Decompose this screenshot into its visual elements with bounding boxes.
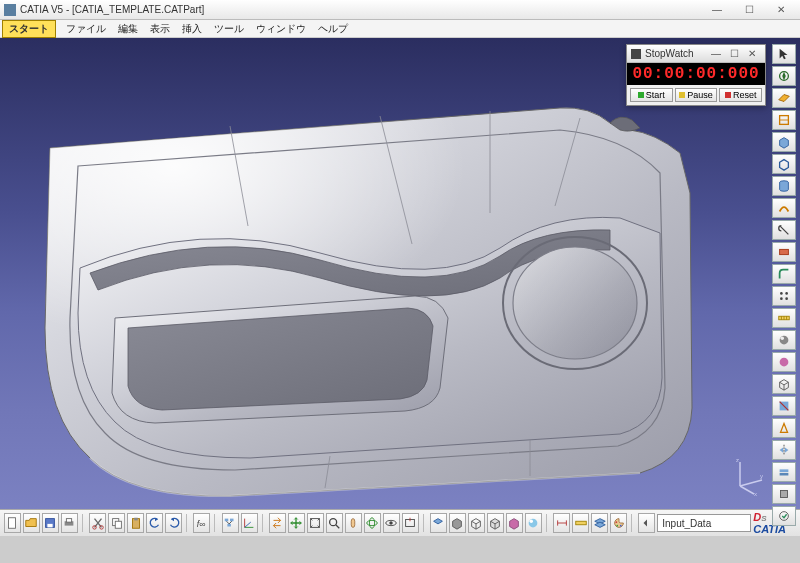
menu-window[interactable]: ウィンドウ xyxy=(250,22,312,36)
swap-icon[interactable] xyxy=(269,513,286,533)
plane-tool-icon[interactable] xyxy=(772,88,796,108)
menu-edit[interactable]: 編集 xyxy=(112,22,144,36)
pad-tool-icon[interactable] xyxy=(772,132,796,152)
stopwatch-close-button[interactable]: ✕ xyxy=(743,48,761,59)
print-icon[interactable] xyxy=(61,513,78,533)
mirror-tool-icon[interactable] xyxy=(772,440,796,460)
svg-point-71 xyxy=(616,525,618,527)
toolbar-separator xyxy=(546,514,549,532)
menu-view[interactable]: 表示 xyxy=(144,22,176,36)
measure-item-icon[interactable] xyxy=(572,513,589,533)
measure-between-icon[interactable] xyxy=(553,513,570,533)
menu-file[interactable]: ファイル xyxy=(60,22,112,36)
svg-rect-51 xyxy=(227,524,231,527)
new-file-icon[interactable] xyxy=(4,513,21,533)
svg-point-24 xyxy=(780,358,789,367)
label-chevron-icon[interactable] xyxy=(638,513,655,533)
trim-tool-icon[interactable] xyxy=(772,220,796,240)
svg-point-58 xyxy=(367,520,378,525)
fit-all-icon[interactable] xyxy=(307,513,324,533)
svg-point-64 xyxy=(529,519,538,528)
stopwatch-pause-label: Pause xyxy=(687,90,713,100)
sketch-tool-icon[interactable] xyxy=(772,110,796,130)
svg-point-59 xyxy=(370,518,375,529)
pan-icon[interactable] xyxy=(345,513,362,533)
menu-help[interactable]: ヘルプ xyxy=(312,22,354,36)
compass-tool-icon[interactable] xyxy=(772,66,796,86)
stopwatch-display: 00:00:00:000 xyxy=(627,63,765,85)
sweep-tool-icon[interactable] xyxy=(772,198,796,218)
zoom-icon[interactable] xyxy=(326,513,343,533)
menu-insert[interactable]: 挿入 xyxy=(176,22,208,36)
app-icon xyxy=(4,4,16,16)
body-tool-icon[interactable] xyxy=(772,484,796,504)
stopwatch-window[interactable]: StopWatch — ☐ ✕ 00:00:00:000 Start Pause… xyxy=(626,44,766,106)
wireframe-tool-icon[interactable] xyxy=(772,374,796,394)
svg-point-16 xyxy=(780,297,783,300)
material-tool-icon[interactable] xyxy=(772,352,796,372)
iso-view-icon[interactable] xyxy=(430,513,447,533)
toolbar-separator xyxy=(423,514,426,532)
shaded-view-icon[interactable] xyxy=(449,513,466,533)
shade-tool-icon[interactable] xyxy=(772,330,796,350)
minimize-button[interactable]: — xyxy=(702,2,732,18)
move-icon[interactable] xyxy=(288,513,305,533)
rotate-icon[interactable] xyxy=(364,513,381,533)
normal-view-icon[interactable] xyxy=(402,513,419,533)
look-at-icon[interactable] xyxy=(383,513,400,533)
save-file-icon[interactable] xyxy=(42,513,59,533)
undo-icon[interactable] xyxy=(146,513,163,533)
titlebar: CATIA V5 - [CATIA_TEMPLATE.CATPart] — ☐ … xyxy=(0,0,800,20)
layer-icon[interactable] xyxy=(591,513,608,533)
svg-point-61 xyxy=(389,521,393,525)
stopwatch-start-label: Start xyxy=(646,90,665,100)
material-view-icon[interactable] xyxy=(506,513,523,533)
hlr-view-icon[interactable] xyxy=(487,513,504,533)
stopwatch-icon xyxy=(631,49,641,59)
section-tool-icon[interactable] xyxy=(772,396,796,416)
stopwatch-reset-button[interactable]: Reset xyxy=(719,88,762,102)
svg-rect-45 xyxy=(115,521,121,528)
open-file-icon[interactable] xyxy=(23,513,40,533)
svg-text:f∞: f∞ xyxy=(197,519,206,529)
axis-icon[interactable] xyxy=(241,513,258,533)
stopwatch-start-button[interactable]: Start xyxy=(630,88,673,102)
svg-rect-13 xyxy=(780,249,789,254)
toolbar-separator xyxy=(262,514,265,532)
pattern-tool-icon[interactable] xyxy=(772,286,796,306)
toggle-tool-icon[interactable] xyxy=(772,506,796,526)
svg-point-17 xyxy=(785,297,788,300)
measure-tool-icon[interactable] xyxy=(772,308,796,328)
cursor-tool-icon[interactable] xyxy=(772,44,796,64)
input-data-field[interactable] xyxy=(657,514,751,532)
right-toolbar xyxy=(772,44,798,526)
render-view-icon[interactable] xyxy=(525,513,542,533)
paste-icon[interactable] xyxy=(127,513,144,533)
stopwatch-maximize-button[interactable]: ☐ xyxy=(725,48,743,59)
close-button[interactable]: ✕ xyxy=(766,2,796,18)
cut-tool-icon[interactable] xyxy=(772,242,796,262)
wireframe-view-icon[interactable] xyxy=(468,513,485,533)
formula-icon[interactable]: f∞ xyxy=(193,513,210,533)
stopwatch-titlebar[interactable]: StopWatch — ☐ ✕ xyxy=(627,45,765,63)
stopwatch-minimize-button[interactable]: — xyxy=(707,48,725,59)
fillet-tool-icon[interactable] xyxy=(772,264,796,284)
svg-point-22 xyxy=(780,336,789,345)
cylinder-tool-icon[interactable] xyxy=(772,176,796,196)
stopwatch-pause-button[interactable]: Pause xyxy=(675,88,718,102)
maximize-button[interactable]: ☐ xyxy=(734,2,764,18)
shell-tool-icon[interactable] xyxy=(772,154,796,174)
draft-tool-icon[interactable] xyxy=(772,418,796,438)
3d-viewport[interactable]: StopWatch — ☐ ✕ 00:00:00:000 Start Pause… xyxy=(0,38,800,536)
copy-icon[interactable] xyxy=(108,513,125,533)
tree-icon[interactable] xyxy=(222,513,239,533)
menu-tools[interactable]: ツール xyxy=(208,22,250,36)
start-menu-button[interactable]: スタート xyxy=(2,20,56,38)
redo-icon[interactable] xyxy=(165,513,182,533)
axis-triad-icon[interactable]: z y x xyxy=(730,456,766,496)
svg-point-15 xyxy=(785,292,788,295)
cut-icon[interactable] xyxy=(89,513,106,533)
thickness-tool-icon[interactable] xyxy=(772,462,796,482)
palette-icon[interactable] xyxy=(610,513,627,533)
3d-model-door-panel xyxy=(20,78,740,508)
